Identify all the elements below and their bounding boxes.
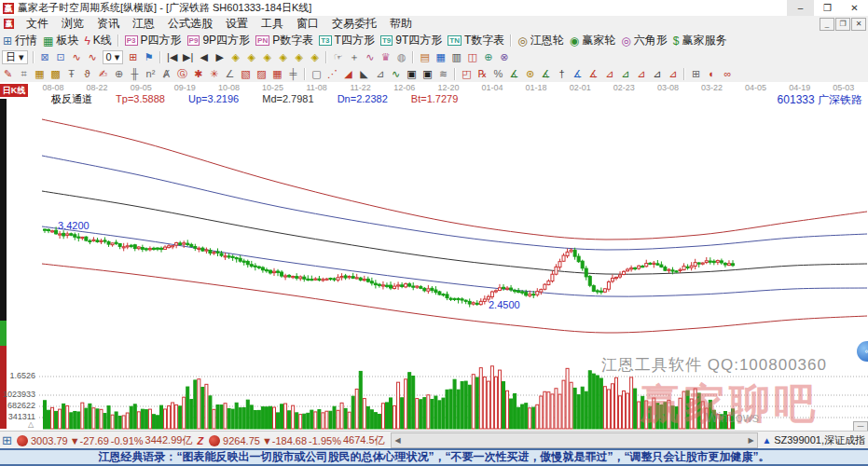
- t-table-button[interactable]: TNT数字表: [448, 33, 504, 48]
- fan-grid-red-tool[interactable]: ◢: [340, 67, 356, 81]
- period-selector[interactable]: 日 ▾: [2, 50, 28, 64]
- chart-area[interactable]: 08-0808-2209-0509-1910-0810-2511-0811-22…: [0, 82, 868, 431]
- n-square-tool[interactable]: n²: [143, 67, 158, 81]
- red-grid-tool[interactable]: ▦: [269, 67, 285, 81]
- spiral-tool[interactable]: ϑ: [79, 67, 95, 81]
- split-window-icon[interactable]: ⊠: [37, 50, 53, 64]
- t-line-tool[interactable]: Ŧ: [63, 67, 79, 81]
- menu-item-3[interactable]: 江恩: [126, 16, 161, 32]
- p-table-button[interactable]: PNP数字表: [255, 33, 313, 48]
- angle-line1-tool[interactable]: ⊿: [601, 67, 617, 81]
- box-tool[interactable]: ▢: [309, 67, 324, 81]
- menu-item-1[interactable]: 浏览: [55, 16, 90, 32]
- k-angle-tool[interactable]: ∠: [222, 67, 238, 81]
- diamond-nav-right-icon[interactable]: ◈: [243, 50, 259, 64]
- angle-line3-tool[interactable]: ⊿: [633, 67, 649, 81]
- diamond-nav-in-icon[interactable]: ◈: [291, 50, 307, 64]
- car-icon[interactable]: ⊗: [496, 50, 512, 64]
- save-icon[interactable]: ◫: [464, 50, 480, 64]
- menu-item-8[interactable]: 交易委托: [325, 16, 383, 32]
- mdi-minimize-button[interactable]: _: [820, 18, 834, 31]
- first-bar-button[interactable]: |◀: [164, 50, 180, 64]
- winner-wheel-button[interactable]: ◉赢家轮: [570, 33, 615, 48]
- hash-grid-tool[interactable]: ⌗: [16, 67, 32, 81]
- diamond-nav-up-icon[interactable]: ◈: [259, 50, 275, 64]
- red-band2-tool[interactable]: ▨: [254, 67, 269, 81]
- ladder-blue-tool[interactable]: ∡: [570, 67, 586, 81]
- kline-button[interactable]: ϟK线: [84, 33, 111, 48]
- pie-tool[interactable]: ◐: [704, 67, 720, 81]
- mdi-close-button[interactable]: ✕: [851, 18, 866, 31]
- gann-grid-gold-tool[interactable]: ▦: [32, 67, 48, 81]
- person-pen-tool[interactable]: ✍: [95, 67, 111, 81]
- gann-ee-tool[interactable]: ◰: [459, 67, 475, 81]
- red-band-tool[interactable]: ▧: [238, 67, 254, 81]
- menu-item-0[interactable]: 文件: [20, 16, 55, 32]
- scroll-left-button[interactable]: ◀: [392, 436, 405, 445]
- 9p-square-button[interactable]: P99P四方形: [187, 33, 250, 48]
- szse-index-icon[interactable]: [209, 435, 220, 446]
- grid-table-tool[interactable]: ⊞: [688, 67, 704, 81]
- angle-line2-tool[interactable]: ⊿: [617, 67, 633, 81]
- horizontal-scrollbar[interactable]: ◀ ▶: [391, 432, 759, 448]
- black-box-tool[interactable]: ▣: [404, 67, 420, 81]
- hatch-tool[interactable]: ≋: [435, 67, 451, 81]
- keyboard-grid-icon[interactable]: ⊞: [2, 433, 12, 447]
- star-tool[interactable]: ✱: [190, 67, 206, 81]
- p-square-button[interactable]: P3P四方形: [125, 33, 182, 48]
- prev-bar-button[interactable]: ◀: [196, 50, 212, 64]
- stairs-green-tool[interactable]: ∡: [506, 67, 522, 81]
- zigzag-down-icon[interactable]: ∿: [85, 50, 101, 64]
- menu-item-5[interactable]: 设置: [219, 16, 255, 32]
- gann-wheel-button[interactable]: ◎江恩轮: [517, 33, 563, 48]
- angle-line5-tool[interactable]: ⊿: [665, 67, 681, 81]
- angle-line4-tool[interactable]: ⊿: [649, 67, 665, 81]
- stairs-green2-tool[interactable]: ∡: [538, 67, 554, 81]
- wheel-gold-tool[interactable]: ⊛: [522, 67, 538, 81]
- burst-tool[interactable]: ✳: [206, 67, 222, 81]
- last-bar-button[interactable]: ▶|: [180, 50, 196, 64]
- minimize-button[interactable]: –: [787, 0, 814, 16]
- fan-grid-dark-tool[interactable]: ◣: [356, 67, 372, 81]
- panel-icon[interactable]: ▦: [433, 50, 448, 64]
- quotes-button[interactable]: ⊞行情: [3, 33, 37, 48]
- hexagon-button[interactable]: ◎六角形: [621, 33, 667, 48]
- menu-item-2[interactable]: 资讯: [90, 16, 126, 32]
- fan-lines-tool[interactable]: ⋰: [324, 67, 340, 81]
- infinity-tool[interactable]: ∞: [720, 67, 736, 81]
- sz-index-value[interactable]: 9264.75: [223, 435, 260, 446]
- wave-tool[interactable]: ∿: [388, 67, 404, 81]
- mdi-restore-button[interactable]: ❐: [835, 18, 850, 31]
- maximize-button[interactable]: ❐: [814, 0, 841, 16]
- sse-index-icon[interactable]: [17, 435, 28, 446]
- ruler-grid-tool[interactable]: ╫: [127, 67, 143, 81]
- single-window-icon[interactable]: ⊡: [53, 50, 69, 64]
- gann-grid-gold2-tool[interactable]: ▩: [48, 67, 63, 81]
- next-bar-button[interactable]: ▶: [212, 50, 227, 64]
- flag-icon[interactable]: ⚑: [141, 50, 157, 64]
- current-index-label[interactable]: ▲ SZ399001,深证成指: [762, 433, 865, 447]
- calendar-icon[interactable]: ▤: [417, 50, 433, 64]
- menu-item-6[interactable]: 工具: [255, 16, 290, 32]
- zigzag-up-icon[interactable]: ∿: [69, 50, 85, 64]
- diamond-nav-down-icon[interactable]: ◈: [275, 50, 291, 64]
- cart-icon[interactable]: ⊕: [480, 50, 496, 64]
- dragon-tool[interactable]: ℞: [475, 67, 490, 81]
- t-square-button[interactable]: T3T四方形: [319, 33, 375, 48]
- 9t-square-button[interactable]: T99T四方形: [380, 33, 442, 48]
- angle-pen-tool[interactable]: ⊿: [372, 67, 388, 81]
- ladder-red-tool[interactable]: ∡: [586, 67, 601, 81]
- grid-window-icon[interactable]: ⊞: [125, 50, 141, 64]
- kline-period-badge[interactable]: 日K线: [0, 84, 28, 97]
- circle-span-tool[interactable]: ⊕: [111, 67, 127, 81]
- scroll-right-button[interactable]: ▶: [744, 436, 757, 445]
- center-line-tool[interactable]: ╪: [285, 67, 301, 81]
- diamond-nav-left-icon[interactable]: ◈: [227, 50, 243, 64]
- black-box2-tool[interactable]: ▣: [420, 67, 435, 81]
- menu-item-9[interactable]: 帮助: [383, 16, 419, 32]
- menu-item-4[interactable]: 公式选股: [161, 16, 219, 32]
- overlay-count-dropdown[interactable]: 0 ▾: [103, 50, 124, 64]
- percent-tool[interactable]: %: [490, 67, 506, 81]
- sectors-button[interactable]: ▦板块: [43, 33, 78, 48]
- g-circle-tool[interactable]: Ⓖ: [174, 67, 190, 81]
